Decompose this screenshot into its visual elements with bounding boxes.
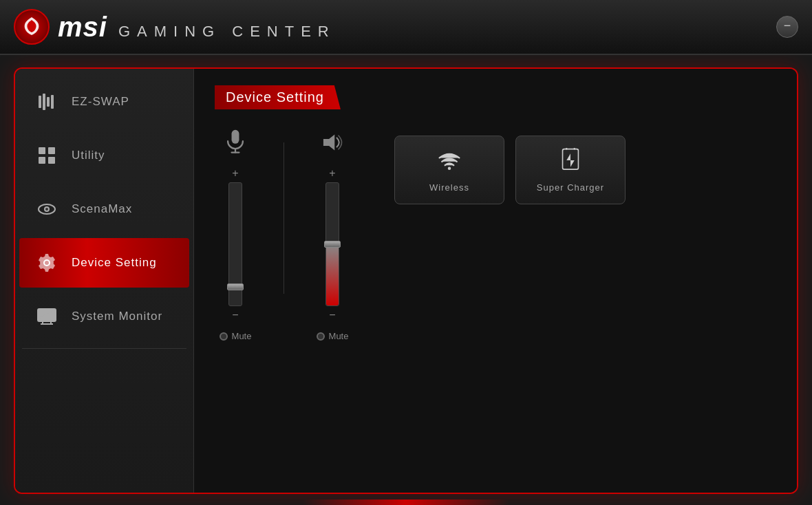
minimize-button[interactable]: − (776, 16, 798, 38)
mic-track-container: + − (228, 167, 242, 321)
svg-marker-23 (566, 153, 574, 167)
volume-slider-fill (326, 244, 339, 305)
titlebar: msi GAMING CENTER − (0, 0, 812, 55)
brand-title: msi GAMING CENTER (58, 12, 336, 43)
volume-mute-label: Mute (329, 331, 349, 341)
charger-icon (558, 148, 583, 175)
msi-logo (14, 9, 50, 45)
chart-icon (34, 304, 59, 329)
speaker-icon (320, 129, 345, 159)
sidebar-label-system-monitor: System Monitor (72, 310, 162, 323)
svg-rect-7 (48, 157, 55, 164)
volume-mute-row: Mute (317, 331, 349, 341)
sidebar: EZ-SWAP Utility ScenaMax (15, 69, 194, 493)
sidebar-label-device-setting: Device Setting (72, 256, 157, 270)
mic-slider-thumb[interactable] (227, 283, 244, 290)
sidebar-item-utility[interactable]: Utility (19, 131, 189, 180)
mic-icon (223, 129, 248, 159)
grid-icon (34, 143, 59, 168)
mic-slider-track[interactable] (228, 182, 242, 306)
svg-rect-4 (39, 147, 45, 154)
mic-slider-group: + − Mute (215, 129, 256, 341)
wireless-button[interactable]: Wireless (394, 136, 504, 204)
msi-text: msi (58, 12, 107, 43)
volume-minus-label: − (329, 309, 335, 321)
svg-rect-5 (48, 147, 55, 154)
sidebar-item-system-monitor[interactable]: System Monitor (19, 292, 189, 341)
volume-track-container: + − (325, 167, 339, 321)
volume-slider-group: + − Mute (312, 129, 353, 341)
svg-rect-2 (47, 97, 50, 107)
volume-slider-track[interactable] (325, 182, 339, 306)
equalizer-icon (34, 89, 59, 114)
sidebar-item-scenamax[interactable]: ScenaMax (19, 184, 189, 234)
gear-icon (34, 250, 59, 275)
svg-point-10 (45, 208, 48, 211)
svg-rect-6 (39, 157, 45, 164)
minimize-icon: − (784, 19, 791, 32)
controls-row: + − Mute (215, 129, 776, 341)
sidebar-label-scenamax: ScenaMax (72, 202, 132, 216)
sidebar-item-device-setting[interactable]: Device Setting (19, 238, 189, 288)
svg-marker-18 (323, 135, 334, 151)
mic-plus-label: + (232, 167, 238, 180)
volume-plus-label: + (329, 167, 335, 180)
main-container: EZ-SWAP Utility ScenaMax (14, 67, 798, 494)
volume-mute-radio[interactable] (317, 332, 325, 341)
mic-mute-label: Mute (232, 331, 252, 341)
sidebar-label-ez-swap: EZ-SWAP (72, 95, 129, 109)
super-charger-button[interactable]: Super Charger (515, 136, 626, 204)
svg-rect-1 (43, 94, 45, 110)
content-area: Device Setting + (194, 69, 797, 493)
super-charger-label: Super Charger (537, 182, 604, 193)
mic-mute-radio[interactable] (220, 332, 228, 341)
svg-point-19 (448, 166, 451, 170)
logo-area: msi GAMING CENTER (14, 9, 336, 45)
sidebar-item-ez-swap[interactable]: EZ-SWAP (19, 77, 189, 127)
feature-button-grid: Wireless Super Charger (394, 136, 626, 204)
subtitle-text: GAMING CENTER (118, 23, 336, 41)
wifi-icon (437, 148, 462, 175)
svg-rect-3 (51, 95, 54, 109)
mic-mute-row: Mute (220, 331, 252, 341)
svg-rect-15 (232, 130, 239, 144)
svg-rect-0 (39, 96, 41, 108)
mic-minus-label: − (232, 309, 238, 321)
eye-icon (34, 197, 59, 222)
wireless-label: Wireless (429, 182, 469, 193)
section-title: Device Setting (215, 85, 341, 109)
slider-separator (284, 142, 284, 294)
volume-slider-thumb[interactable] (324, 241, 341, 248)
sidebar-label-utility: Utility (72, 149, 105, 162)
bottom-bar-decoration (303, 499, 509, 505)
sidebar-divider (22, 348, 186, 349)
